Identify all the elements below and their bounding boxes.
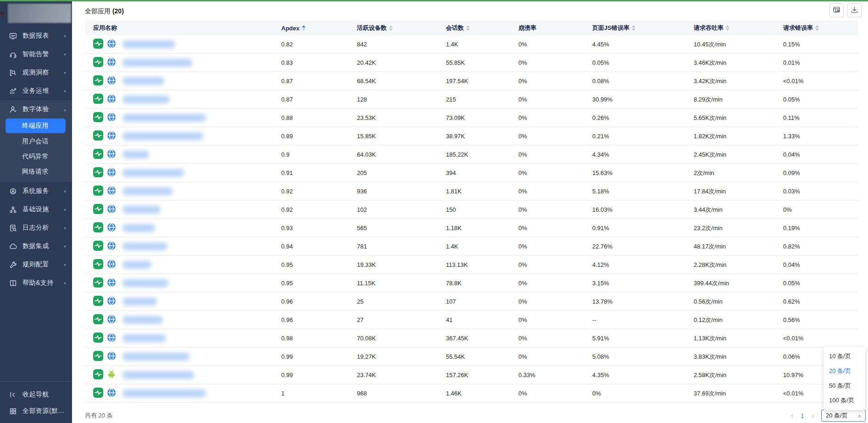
column-settings-button[interactable] [829,3,844,17]
column-header-throughput[interactable]: 请求吞吐率 [694,24,783,32]
apdex-cell: 0.88 [281,114,357,121]
chevron-down-icon: ▾ [64,207,66,212]
sidebar-item-smart-alerts[interactable]: 智能告警 ▾ [0,45,72,63]
sidebar-item-terminal-apps[interactable]: 终端应用 [6,118,66,133]
table-row[interactable]: 0.83 20.42K 55.85K 0% 0.05% 3.46K次/min 0… [85,54,858,72]
active-devices-cell: 70.08K [357,335,446,342]
sort-icon[interactable] [726,25,729,31]
crash-rate-cell: 0% [518,114,592,121]
app-name-cell[interactable] [85,351,281,362]
app-name-cell[interactable] [85,277,281,289]
page-title: 全部应用 (20) [85,7,124,16]
column-header-sessions[interactable]: 会话数 [446,24,518,32]
app-name-cell[interactable] [85,222,281,234]
app-health-icon [93,259,103,271]
table-row[interactable]: 0.87 68.54K 197.54K 0% 0.08% 3.42K次/min … [85,72,858,90]
app-name-cell[interactable] [85,130,281,142]
column-header-apdex[interactable]: Apdex [281,25,357,32]
sidebar-item-log-analysis[interactable]: 日志分析 ▾ [0,219,72,237]
table-row[interactable]: 0.98 70.08K 367.45K 0% 5.91% 1.13K次/min … [85,329,858,348]
app-name-redacted [122,334,166,342]
table-row[interactable]: 0.87 128 215 0% 30.99% 8.29次/min 0.05% [85,90,858,109]
column-header-js-error-rate[interactable]: 页面JS错误率 [592,24,694,32]
table-row[interactable]: 0.99 19.27K 55.54K 0% 5.08% 3.83K次/min 0… [85,348,858,366]
sidebar-item-rule-config[interactable]: 规则配置 ▾ [0,255,72,274]
current-page-button[interactable]: 1 [801,412,804,419]
next-page-button[interactable]: › [812,412,814,419]
logo-area [0,0,72,27]
table-row[interactable]: 0.92 936 1.81K 0% 5.18% 17.84次/min 0.03% [85,182,858,201]
sidebar-item-data-reports[interactable]: 数据报表 ▾ [0,27,72,45]
app-name-cell[interactable] [85,259,281,271]
chevron-down-icon: ▾ [64,189,66,194]
table-row[interactable]: 0.99 23.74K 157.26K 0.33% 4.35% 2.58K次/m… [85,366,858,384]
app-name-cell[interactable] [85,149,281,160]
app-name-cell[interactable] [85,75,281,87]
app-name-redacted [122,243,167,250]
app-name-cell[interactable] [85,204,281,215]
crash-rate-cell: 0% [518,298,592,305]
page-size-option[interactable]: 50 条/页 [823,378,865,393]
sidebar-item-infrastructure[interactable]: 基础设施 ▾ [0,200,72,219]
app-name-cell[interactable] [85,369,281,381]
table-row[interactable]: 0.91 205 394 0% 15.63% 2次/min 0.09% [85,164,858,182]
active-devices-cell: 936 [357,188,446,195]
table-row[interactable]: 0.96 25 107 0% 13.78% 0.56次/min 0.62% [85,293,858,311]
column-header-request-error-rate[interactable]: 请求错误率 [783,24,858,32]
app-name-redacted [122,59,192,67]
page-size-option[interactable]: 10 条/页 [823,349,865,364]
prev-page-button[interactable]: ‹ [791,412,793,419]
sidebar-item-system-services[interactable]: 系统服务 ▾ [0,182,72,200]
app-name-cell[interactable] [85,186,281,197]
app-name-cell[interactable] [85,296,281,307]
table-row[interactable]: 0.88 23.53K 73.09K 0% 0.26% 5.65K次/min 0… [85,109,858,127]
table-row[interactable]: 0.9 64.03K 185.22K 0% 4.34% 2.45K次/min 0… [85,146,858,164]
table-row[interactable]: 0.93 565 1.18K 0% 0.91% 23.2次/min 0.19% [85,219,858,237]
crash-rate-cell: 0% [518,59,592,66]
sort-icon[interactable] [815,25,819,31]
app-name-cell[interactable] [85,167,281,179]
app-health-icon [93,314,103,326]
app-name-cell[interactable] [85,388,281,399]
app-name-cell[interactable] [85,314,281,326]
app-name-cell[interactable] [85,333,281,344]
sidebar-item-user-sessions[interactable]: 用户会话 [0,134,72,149]
sidebar-item-network-requests[interactable]: 网络请求 [0,164,72,179]
sidebar-item-observability[interactable]: 观测洞察 ▾ [0,63,72,82]
all-resources-button[interactable]: 全部资源(默... [0,403,72,419]
collapse-nav-button[interactable]: 收起导航 [0,386,72,403]
table-row[interactable]: 0.95 19.33K 113.13K 0% 4.12% 2.28K次/min … [85,256,858,274]
table-row[interactable]: 0.89 15.85K 38.97K 0% 0.21% 1.82K次/min 1… [85,127,858,146]
download-button[interactable] [847,3,862,17]
table-row[interactable]: 0.94 781 1.4K 0% 22.76% 48.17次/min 0.82% [85,237,858,256]
table-row[interactable]: 1 968 1.46K 0% 0% 37.69次/min <0.01% [85,384,858,403]
page-size-select[interactable]: 20 条/页 ∧ [821,410,866,422]
sidebar-item-data-integration[interactable]: 数据集成 ▾ [0,237,72,255]
page-size-option[interactable]: 20 条/页 [823,364,865,378]
total-count: 共有 20 条 [85,412,113,420]
web-platform-icon [106,75,117,87]
sort-icon[interactable] [389,25,393,31]
table-row[interactable]: 0.96 27 41 0% -- 0.12次/min 0.56% [85,311,858,329]
sort-icon[interactable] [632,25,635,31]
table-row[interactable]: 0.82 842 1.4K 0% 4.45% 10.45次/min 0.15% [85,35,858,54]
sidebar-item-business-ops[interactable]: 业务运维 ▾ [0,82,72,100]
crash-rate-cell: 0% [518,261,592,268]
sort-icon[interactable] [466,25,470,31]
logo-redacted [8,4,71,23]
sidebar-item-help-support[interactable]: 帮助&支持 ▾ [0,274,72,292]
logo-dot [0,12,4,15]
app-name-cell[interactable] [85,39,281,50]
column-header-active-devices[interactable]: 活跃设备数 [357,24,446,32]
table-row[interactable]: 0.95 11.15K 78.8K 0% 3.15% 399.44次/min 0… [85,274,858,293]
table-row[interactable]: 0.92 102 150 0% 16.03% 3.44次/min 0% [85,201,858,219]
page-size-option[interactable]: 100 条/页 [823,393,865,408]
app-name-cell[interactable] [85,241,281,252]
sidebar-item-digital-experience[interactable]: 数字体验 ▴ [0,100,72,118]
sort-icon[interactable] [302,25,306,31]
app-name-cell[interactable] [85,94,281,105]
js-error-rate-cell: 0.91% [592,225,694,231]
app-name-cell[interactable] [85,112,281,124]
app-name-cell[interactable] [85,57,281,68]
sidebar-item-code-exceptions[interactable]: 代码异常 [0,149,72,164]
